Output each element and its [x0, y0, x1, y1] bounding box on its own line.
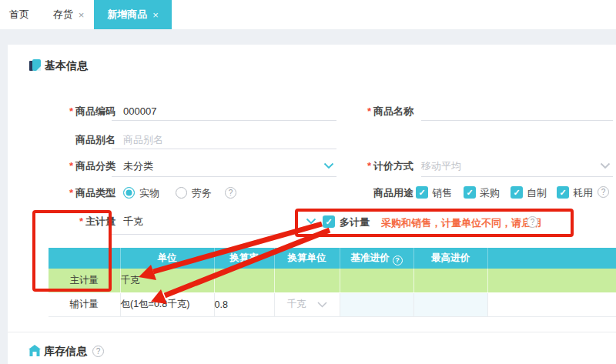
close-icon[interactable]: × — [152, 9, 159, 21]
rate-cell — [214, 269, 274, 292]
pricing-method-underline — [421, 176, 613, 177]
row-name-cell: 主计量 — [49, 269, 120, 292]
help-icon[interactable]: ? — [393, 255, 403, 265]
tab-bar: 首页 存货 × 新增商品 × — [0, 0, 616, 29]
tab-new-product-label: 新增商品 — [107, 8, 147, 22]
checkbox-consume-label[interactable]: 耗用 — [573, 186, 593, 200]
app-window: 首页 存货 × 新增商品 × 基本信息 *商品编码 000007 *商品名称 商… — [0, 0, 616, 364]
checkbox-purchase[interactable] — [464, 186, 476, 199]
unit-cell[interactable]: 包(1包=0.8千克) — [120, 292, 214, 316]
pricing-method-label: *计价方式 — [327, 159, 413, 174]
product-type-label: *商品类型 — [29, 185, 116, 201]
required-asterisk: * — [69, 187, 73, 199]
page-background-strip — [0, 29, 616, 45]
tab-home[interactable]: 首页 — [0, 0, 43, 29]
product-alias-input[interactable]: 商品别名 — [123, 132, 163, 148]
col-conv-unit: 换算单位 — [274, 248, 340, 269]
checkbox-sales-label[interactable]: 销售 — [432, 186, 452, 200]
unit-table: 单位 换算率 换算单位 基准进价? 最高进价 主计量 千克 — [49, 248, 616, 317]
rate-cell[interactable]: 0.8 — [214, 292, 274, 316]
max-price-cell — [413, 269, 487, 292]
checkbox-sales[interactable] — [416, 186, 428, 199]
table-row-aux-unit: 辅计量 包(1包=0.8千克) 0.8 千克 — [49, 292, 616, 316]
checkbox-consume[interactable] — [557, 186, 569, 199]
extra-cell — [487, 269, 616, 292]
radio-physical[interactable] — [123, 187, 135, 199]
section-divider — [8, 332, 616, 332]
conv-unit-value[interactable]: 千克 — [287, 298, 306, 311]
required-asterisk: * — [79, 215, 83, 227]
help-icon[interactable]: ? — [527, 216, 538, 228]
col-rowname — [49, 248, 120, 269]
radio-service[interactable] — [176, 187, 187, 199]
product-alias-underline — [112, 149, 336, 149]
product-category-select[interactable]: 未分类 — [123, 159, 153, 174]
radio-service-label[interactable]: 劳务 — [192, 186, 212, 200]
help-icon[interactable]: ? — [92, 346, 104, 357]
chevron-down-icon[interactable] — [306, 218, 316, 225]
extra-cell — [487, 292, 616, 316]
multi-unit-warning: 采购和销售，计量单位不同，请启用 — [381, 216, 541, 230]
max-price-cell[interactable] — [413, 292, 487, 316]
product-code-underline — [112, 120, 336, 121]
tab-inventory[interactable]: 存货 × — [43, 0, 94, 29]
chevron-down-icon[interactable] — [600, 162, 611, 169]
required-asterisk: * — [69, 105, 73, 117]
close-icon[interactable]: × — [79, 9, 85, 21]
warehouse-icon — [28, 345, 41, 356]
conv-unit-cell[interactable]: 千克 — [274, 292, 340, 316]
col-extra — [487, 248, 616, 269]
product-category-underline — [112, 176, 336, 177]
product-usage-label: 商品用途 — [327, 185, 413, 201]
required-asterisk: * — [69, 160, 73, 172]
col-base-price: 基准进价? — [340, 248, 413, 269]
col-rate: 换算率 — [214, 248, 274, 269]
main-unit-select[interactable]: 千克 — [123, 214, 143, 229]
tab-home-label: 首页 — [9, 8, 29, 22]
basic-info-title: 基本信息 — [45, 59, 88, 73]
inventory-info-title: 库存信息 — [44, 345, 87, 359]
tab-inventory-label: 存货 — [53, 8, 73, 22]
base-price-cell[interactable] — [340, 292, 413, 316]
multi-unit-label[interactable]: 多计量 — [340, 215, 370, 229]
required-asterisk: * — [367, 160, 371, 172]
product-name-underline — [421, 120, 613, 121]
product-code-input[interactable]: 000007 — [123, 104, 156, 119]
left-gutter — [0, 45, 8, 364]
product-alias-label: 商品别名 — [29, 132, 116, 148]
document-icon — [29, 59, 42, 72]
product-code-label: *商品编码 — [29, 104, 116, 119]
row-name-cell: 辅计量 — [49, 292, 120, 316]
checkbox-multi-unit[interactable] — [323, 215, 335, 228]
help-icon[interactable]: ? — [598, 186, 609, 198]
conv-unit-cell — [274, 269, 340, 292]
checkbox-purchase-label[interactable]: 采购 — [480, 186, 500, 200]
table-row-main-unit: 主计量 千克 — [49, 269, 616, 292]
tab-new-product[interactable]: 新增商品 × — [94, 0, 172, 29]
checkbox-selfmade[interactable] — [511, 186, 523, 199]
main-unit-underline — [112, 234, 318, 235]
chevron-down-icon — [317, 302, 327, 308]
col-unit: 单位 — [120, 248, 214, 269]
col-max-price: 最高进价 — [413, 248, 487, 269]
pricing-method-select[interactable]: 移动平均 — [421, 159, 461, 174]
radio-physical-label[interactable]: 实物 — [139, 186, 159, 200]
unit-cell: 千克 — [120, 269, 214, 292]
required-asterisk: * — [367, 105, 371, 117]
product-name-label: *商品名称 — [327, 104, 413, 119]
main-unit-label: *主计量 — [29, 214, 116, 229]
checkbox-selfmade-label[interactable]: 自制 — [527, 186, 547, 200]
base-price-cell — [340, 269, 413, 292]
help-icon[interactable]: ? — [225, 187, 236, 199]
unit-table-header-row: 单位 换算率 换算单位 基准进价? 最高进价 — [49, 248, 616, 269]
product-category-label: *商品分类 — [29, 159, 116, 174]
